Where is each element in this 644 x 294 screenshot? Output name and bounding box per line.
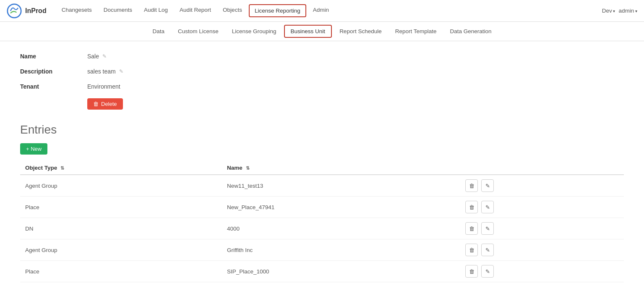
- top-nav: InProd Changesets Documents Audit Log Au…: [0, 0, 644, 22]
- table-row: Place New_Place_47941 🗑 ✎: [20, 197, 624, 218]
- tenant-label: Tenant: [20, 83, 87, 90]
- col-object-type: Object Type ⇅: [20, 161, 222, 175]
- delete-row-button[interactable]: 🗑: [465, 179, 478, 192]
- cell-object-type: Place: [20, 261, 222, 282]
- cell-object-type: Agent Group: [20, 175, 222, 197]
- description-value: sales team ✎: [87, 68, 123, 75]
- cell-name: SIP_Place_1000: [222, 261, 459, 282]
- cell-actions: 🗑 ✎: [459, 175, 624, 197]
- form-row-description: Description sales team ✎: [20, 68, 624, 75]
- delete-row-button[interactable]: 🗑: [465, 265, 478, 278]
- form-row-name: Name Sale ✎: [20, 53, 624, 60]
- sort-object-type-icon[interactable]: ⇅: [60, 165, 64, 171]
- description-edit-icon[interactable]: ✎: [119, 68, 123, 74]
- sort-name-icon[interactable]: ⇅: [246, 165, 250, 171]
- nav-admin[interactable]: Admin: [308, 4, 334, 17]
- cell-actions: 🗑 ✎: [459, 218, 624, 239]
- cell-actions: 🗑 ✎: [459, 197, 624, 218]
- nav-dev[interactable]: Dev: [602, 8, 615, 14]
- cell-object-type: DN: [20, 218, 222, 239]
- name-edit-icon[interactable]: ✎: [102, 53, 107, 59]
- edit-row-button[interactable]: ✎: [481, 179, 494, 192]
- logo-area: InProd: [7, 3, 47, 18]
- table-row: Place SIP_Place_1000 🗑 ✎: [20, 261, 624, 282]
- sub-nav: Data Custom License License Grouping Bus…: [0, 22, 644, 41]
- nav-audit-log[interactable]: Audit Log: [139, 4, 173, 17]
- cell-actions: 🗑 ✎: [459, 261, 624, 282]
- edit-row-button[interactable]: ✎: [481, 201, 494, 213]
- form-row-tenant: Tenant Environment: [20, 83, 624, 90]
- nav-changesets[interactable]: Changesets: [57, 4, 97, 17]
- cell-name: New11_test13: [222, 175, 459, 197]
- cell-actions: 🗑 ✎: [459, 239, 624, 261]
- new-button[interactable]: + New: [20, 143, 47, 155]
- table-row: Agent Group New11_test13 🗑 ✎: [20, 175, 624, 197]
- cell-object-type: Agent Group: [20, 239, 222, 261]
- subnav-custom-license[interactable]: Custom License: [172, 26, 224, 37]
- nav-audit-report[interactable]: Audit Report: [175, 4, 216, 17]
- edit-row-button[interactable]: ✎: [481, 265, 494, 278]
- col-actions: [459, 161, 624, 175]
- col-name: Name ⇅: [222, 161, 459, 175]
- inprod-logo: [7, 3, 22, 18]
- svg-point-0: [8, 4, 21, 17]
- delete-button[interactable]: 🗑 Delete: [87, 98, 123, 110]
- name-value: Sale ✎: [87, 53, 107, 60]
- nav-links: Changesets Documents Audit Log Audit Rep…: [57, 4, 602, 17]
- entries-table: Object Type ⇅ Name ⇅ Agent Group New11_t…: [20, 161, 624, 282]
- brand-name: InProd: [25, 7, 47, 15]
- cell-name: 4000: [222, 218, 459, 239]
- subnav-report-schedule[interactable]: Report Schedule: [334, 26, 388, 37]
- table-row: DN 4000 🗑 ✎: [20, 218, 624, 239]
- subnav-license-grouping[interactable]: License Grouping: [226, 26, 282, 37]
- subnav-business-unit[interactable]: Business Unit: [284, 25, 332, 38]
- edit-row-button[interactable]: ✎: [481, 244, 494, 256]
- main-content: Name Sale ✎ Description sales team ✎ Ten…: [0, 41, 644, 294]
- delete-row-button[interactable]: 🗑: [465, 244, 478, 256]
- cell-name: Griffith Inc: [222, 239, 459, 261]
- tenant-value: Environment: [87, 83, 120, 90]
- nav-license-reporting[interactable]: License Reporting: [249, 4, 306, 17]
- trash-icon: 🗑: [93, 101, 99, 107]
- form-section: Name Sale ✎ Description sales team ✎ Ten…: [20, 53, 624, 110]
- nav-right: Dev admin: [602, 8, 637, 14]
- table-row: Agent Group Griffith Inc 🗑 ✎: [20, 239, 624, 261]
- form-row-actions: 🗑 Delete: [20, 98, 624, 110]
- name-label: Name: [20, 53, 87, 60]
- entries-section: Entries + New Object Type ⇅ Name ⇅: [20, 123, 624, 282]
- cell-object-type: Place: [20, 197, 222, 218]
- cell-name: New_Place_47941: [222, 197, 459, 218]
- table-header-row: Object Type ⇅ Name ⇅: [20, 161, 624, 175]
- subnav-report-template[interactable]: Report Template: [389, 26, 443, 37]
- edit-row-button[interactable]: ✎: [481, 222, 494, 235]
- subnav-data[interactable]: Data: [146, 26, 170, 37]
- subnav-data-generation[interactable]: Data Generation: [444, 26, 498, 37]
- description-label: Description: [20, 68, 87, 75]
- entries-title: Entries: [20, 123, 624, 136]
- nav-admin-user[interactable]: admin: [618, 8, 637, 14]
- delete-row-button[interactable]: 🗑: [465, 222, 478, 235]
- delete-row-button[interactable]: 🗑: [465, 201, 478, 213]
- nav-documents[interactable]: Documents: [99, 4, 137, 17]
- nav-objects[interactable]: Objects: [218, 4, 247, 17]
